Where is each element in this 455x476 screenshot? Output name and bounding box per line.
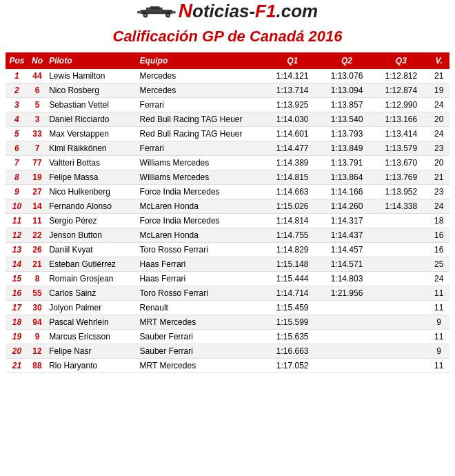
svg-rect-6: [137, 11, 142, 13]
cell-piloto: Carlos Sainz: [46, 286, 136, 301]
cell-v: 23: [428, 141, 449, 156]
cell-no: 33: [28, 127, 46, 141]
cell-pos: 4: [6, 112, 28, 127]
cell-v: 11: [428, 359, 449, 373]
cell-q2: [320, 301, 374, 315]
cell-q3: [374, 359, 428, 373]
cell-v: 24: [428, 98, 449, 112]
cell-q3: 1:13.579: [374, 141, 428, 156]
cell-no: 3: [28, 112, 46, 127]
cell-v: 9: [428, 344, 449, 359]
cell-pos: 7: [6, 156, 28, 170]
cell-q2: 1:14.803: [320, 272, 374, 286]
cell-equipo: Mercedes: [137, 69, 265, 83]
table-row: 67Kimi RäikkönenFerrari1:14.4771:13.8491…: [6, 141, 449, 156]
cell-q2: 1:13.076: [320, 69, 374, 83]
cell-v: 18: [428, 214, 449, 228]
cell-q2: 1:14.437: [320, 228, 374, 243]
cell-pos: 13: [6, 243, 28, 257]
cell-q2: [320, 344, 374, 359]
cell-pos: 19: [6, 330, 28, 344]
cell-q1: 1:15.459: [265, 301, 320, 315]
cell-pos: 8: [6, 170, 28, 185]
table-row: 26Nico RosbergMercedes1:13.7141:13.0941:…: [6, 83, 449, 98]
cell-no: 94: [28, 315, 46, 330]
cell-v: 16: [428, 228, 449, 243]
table-header-row: Pos No Piloto Equipo Q1 Q2 Q3 V.: [6, 52, 449, 69]
cell-piloto: Nico Hulkenberg: [46, 185, 136, 199]
cell-q2: 1:13.793: [320, 127, 374, 141]
cell-equipo: Haas Ferrari: [137, 272, 265, 286]
cell-pos: 17: [6, 301, 28, 315]
cell-piloto: Pascal Wehrlein: [46, 315, 136, 330]
cell-piloto: Felipe Nasr: [46, 344, 136, 359]
cell-equipo: Toro Rosso Ferrari: [137, 243, 265, 257]
col-header-equipo: Equipo: [137, 52, 265, 69]
cell-q2: 1:14.260: [320, 199, 374, 214]
col-header-no: No: [28, 52, 46, 69]
cell-q1: 1:13.925: [265, 98, 320, 112]
cell-pos: 11: [6, 214, 28, 228]
cell-piloto: Jolyon Palmer: [46, 301, 136, 315]
cell-no: 55: [28, 286, 46, 301]
results-table: Pos No Piloto Equipo Q1 Q2 Q3 V. 144Lewi…: [6, 52, 449, 373]
col-header-piloto: Piloto: [46, 52, 136, 69]
cell-q1: 1:15.148: [265, 257, 320, 272]
cell-equipo: McLaren Honda: [137, 199, 265, 214]
cell-v: 19: [428, 83, 449, 98]
cell-piloto: Valtteri Bottas: [46, 156, 136, 170]
table-body: 144Lewis HamiltonMercedes1:14.1211:13.07…: [6, 69, 449, 373]
cell-no: 7: [28, 141, 46, 156]
cell-q2: 1:21.956: [320, 286, 374, 301]
cell-v: 11: [428, 330, 449, 344]
header: Noticias-F1.com Calificación GP de Canad…: [0, 0, 455, 46]
col-header-q2: Q2: [320, 52, 374, 69]
cell-piloto: Kimi Räikkönen: [46, 141, 136, 156]
cell-piloto: Daniel Ricciardo: [46, 112, 136, 127]
cell-piloto: Felipe Massa: [46, 170, 136, 185]
cell-no: 19: [28, 170, 46, 185]
page-title: Calificación GP de Canadá 2016: [0, 28, 455, 46]
cell-pos: 15: [6, 272, 28, 286]
cell-q1: 1:15.026: [265, 199, 320, 214]
logo-car-icon: [137, 3, 179, 19]
cell-v: 21: [428, 170, 449, 185]
svg-point-3: [144, 14, 146, 16]
table-row: 2188Rio HaryantoMRT Mercedes1:17.05211: [6, 359, 449, 373]
cell-q2: [320, 330, 374, 344]
table-row: 35Sebastian VettelFerrari1:13.9251:13.85…: [6, 98, 449, 112]
cell-q3: [374, 301, 428, 315]
cell-pos: 5: [6, 127, 28, 141]
col-header-q1: Q1: [265, 52, 320, 69]
cell-pos: 1: [6, 69, 28, 83]
table-row: 1222Jenson ButtonMcLaren Honda1:14.7551:…: [6, 228, 449, 243]
cell-pos: 6: [6, 141, 28, 156]
cell-no: 22: [28, 228, 46, 243]
cell-v: 21: [428, 69, 449, 83]
cell-no: 88: [28, 359, 46, 373]
cell-q2: 1:14.457: [320, 243, 374, 257]
cell-q3: 1:12.874: [374, 83, 428, 98]
cell-q3: [374, 330, 428, 344]
table-row: 1326Daniil KvyatToro Rosso Ferrari1:14.8…: [6, 243, 449, 257]
cell-equipo: Force India Mercedes: [137, 185, 265, 199]
cell-piloto: Daniil Kvyat: [46, 243, 136, 257]
cell-equipo: MRT Mercedes: [137, 359, 265, 373]
cell-no: 8: [28, 272, 46, 286]
cell-v: 11: [428, 301, 449, 315]
cell-q3: [374, 344, 428, 359]
cell-equipo: Mercedes: [137, 83, 265, 98]
cell-equipo: MRT Mercedes: [137, 315, 265, 330]
cell-piloto: Lewis Hamilton: [46, 69, 136, 83]
cell-q1: 1:16.663: [265, 344, 320, 359]
cell-no: 26: [28, 243, 46, 257]
cell-no: 6: [28, 83, 46, 98]
cell-q3: 1:13.952: [374, 185, 428, 199]
cell-pos: 20: [6, 344, 28, 359]
cell-equipo: Force India Mercedes: [137, 214, 265, 228]
cell-q1: 1:14.663: [265, 185, 320, 199]
cell-q1: 1:17.052: [265, 359, 320, 373]
cell-pos: 2: [6, 83, 28, 98]
results-table-container: Pos No Piloto Equipo Q1 Q2 Q3 V. 144Lewi…: [0, 52, 455, 373]
table-row: 819Felipe MassaWilliams Mercedes1:14.815…: [6, 170, 449, 185]
